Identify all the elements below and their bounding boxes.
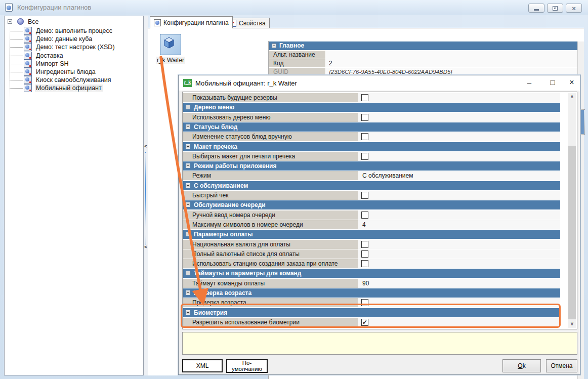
ok-button[interactable]: Ok — [502, 359, 541, 372]
tree-item[interactable]: Киоск самообслуживания — [5, 76, 143, 84]
property-row[interactable]: Показывать будущие резервы — [183, 93, 560, 102]
main-window: Конфигурации плагинов × − Все Демо: выпо… — [0, 0, 588, 379]
collapse-icon[interactable] — [186, 310, 190, 315]
collapse-icon[interactable] — [186, 124, 190, 129]
tree-connector — [10, 64, 23, 64]
checkbox[interactable] — [361, 153, 368, 160]
tree-item[interactable]: Мобильный официант — [5, 84, 143, 92]
property-row[interactable]: Использовать станцию создания заказа при… — [183, 259, 560, 268]
window-controls: × — [528, 4, 582, 13]
minimize-button[interactable] — [528, 4, 544, 13]
tree-connector — [10, 72, 23, 72]
collapse-left-icon[interactable]: < — [144, 144, 148, 149]
checkbox[interactable] — [361, 260, 368, 267]
property-row[interactable]: Полный валютный список для оплаты — [183, 249, 560, 259]
section-header[interactable]: Макет пречека — [183, 142, 560, 151]
section-label: Дерево меню — [194, 104, 234, 111]
tree-item[interactable]: Импорт SH — [5, 60, 143, 68]
xml-button[interactable]: XML — [182, 359, 223, 372]
plugin-node-icon — [24, 52, 32, 60]
property-row[interactable]: Национальная валюта для оплаты — [183, 240, 560, 249]
property-row[interactable]: РежимС обслуживанием — [183, 171, 560, 180]
plugin-node-icon — [24, 27, 32, 35]
tree-item-label: Мобильный официант — [35, 85, 103, 92]
checkbox[interactable] — [361, 241, 368, 248]
section-header[interactable]: Обслуживание очереди — [183, 200, 560, 209]
checkbox[interactable] — [361, 94, 368, 101]
property-row[interactable]: Изменение статусов блюд вручную — [183, 132, 560, 141]
restore-icon — [553, 6, 558, 11]
section-header[interactable]: Таймауты и параметры для команд — [183, 269, 560, 278]
property-row[interactable]: Выбирать макет для печати пречека — [183, 152, 560, 161]
setting-label: Изменение статусов блюд вручную — [183, 132, 358, 141]
setting-value[interactable]: 90 — [362, 279, 369, 288]
property-grid-row[interactable]: Код2 — [269, 59, 578, 67]
property-row[interactable]: Таймаут команды оплаты90 — [183, 279, 560, 288]
checkbox[interactable] — [361, 133, 368, 140]
default-button[interactable]: По-умолчанию — [227, 359, 267, 372]
collapse-expander-icon[interactable]: − — [8, 19, 12, 24]
scroll-down-icon[interactable]: ∨ — [568, 320, 576, 328]
restore-button[interactable] — [547, 4, 563, 13]
settings-scrollbar[interactable]: ∧ ∨ — [568, 93, 576, 328]
cancel-button[interactable]: Отмена — [546, 359, 577, 372]
tree-item[interactable]: Демо: данные куба — [5, 35, 143, 43]
collapse-icon[interactable] — [186, 202, 190, 207]
property-row[interactable]: Максимум символов в номере очереди4 — [183, 220, 560, 229]
dialog-maximize-button[interactable]: □ — [545, 75, 560, 90]
collapse-icon[interactable] — [186, 105, 190, 109]
tree-item[interactable]: Доставка — [5, 52, 143, 60]
setting-label: Показывать будущие резервы — [183, 93, 358, 102]
tree-item[interactable]: Ингредиенты блюда — [5, 68, 143, 76]
panel-splitter[interactable]: < < — [144, 16, 148, 375]
property-row[interactable]: Использовать дерево меню — [183, 113, 560, 122]
section-header[interactable]: Проверка возраста — [183, 288, 560, 298]
dialog-titlebar: r_k Мобильный официант: r_k Waiter – □ × — [179, 75, 580, 91]
plugin-node-icon — [24, 60, 32, 68]
plugin-item-rk-waiter[interactable]: r_k Waiter — [154, 34, 187, 64]
collapse-icon[interactable] — [186, 271, 190, 275]
tree-item[interactable]: Демо: выполнить процесс — [5, 27, 143, 35]
section-header[interactable]: Режим работы приложения — [183, 161, 560, 171]
property-row[interactable]: Разрешить использование биометрии✓ — [183, 318, 560, 327]
setting-label: Полный валютный список для оплаты — [183, 249, 358, 259]
dialog-close-button[interactable]: × — [564, 75, 579, 90]
property-row[interactable]: Ручной ввод номера очереди — [183, 210, 560, 220]
plugin-node-icon — [24, 43, 32, 51]
scrollbar-thumb[interactable] — [568, 146, 576, 319]
property-grid-row[interactable]: Альт. название — [269, 51, 578, 59]
collapse-icon[interactable] — [186, 183, 190, 188]
checkbox[interactable]: ✓ — [361, 319, 368, 326]
close-icon: × — [572, 5, 576, 12]
section-header[interactable]: Параметры оплаты — [183, 230, 560, 239]
collapse-icon[interactable] — [272, 44, 276, 48]
checkbox[interactable] — [361, 192, 368, 199]
property-row[interactable]: Быстрый чек — [183, 191, 560, 200]
settings-list: Показывать будущие резервыДерево менюИсп… — [182, 92, 577, 329]
collapse-icon[interactable] — [186, 290, 190, 295]
section-header[interactable]: С обслуживанием — [183, 181, 560, 190]
dialog-minimize-button[interactable]: – — [522, 75, 537, 90]
tree-root[interactable]: − Все — [5, 18, 143, 26]
checkbox[interactable] — [361, 212, 368, 219]
close-button[interactable]: × — [566, 4, 582, 13]
property-grid-section-header[interactable]: Главное — [269, 41, 578, 50]
checkbox[interactable] — [361, 250, 368, 258]
checkbox[interactable] — [361, 299, 368, 306]
collapse-icon[interactable] — [186, 232, 190, 236]
section-header[interactable]: Дерево меню — [183, 103, 560, 112]
setting-value[interactable]: С обслуживанием — [362, 171, 413, 180]
section-label: Таймауты и параметры для команд — [194, 270, 301, 277]
tab-plugin-configurations[interactable]: Конфигурации плагина — [150, 16, 233, 28]
checkbox[interactable] — [361, 114, 368, 121]
section-header[interactable]: Статусы блюд — [183, 122, 560, 132]
property-row[interactable]: Проверка возраста — [183, 298, 560, 307]
tree-item-label: Киоск самообслуживания — [35, 76, 112, 83]
collapse-icon[interactable] — [186, 144, 190, 149]
scroll-up-icon[interactable]: ∧ — [568, 93, 576, 101]
collapse-icon[interactable] — [186, 163, 190, 168]
tree-item[interactable]: Демо: тест настроек (XSD) — [5, 43, 143, 51]
section-header[interactable]: Биометрия — [183, 308, 560, 317]
setting-value[interactable]: 4 — [362, 220, 366, 229]
collapse-left-icon[interactable]: < — [144, 244, 148, 249]
